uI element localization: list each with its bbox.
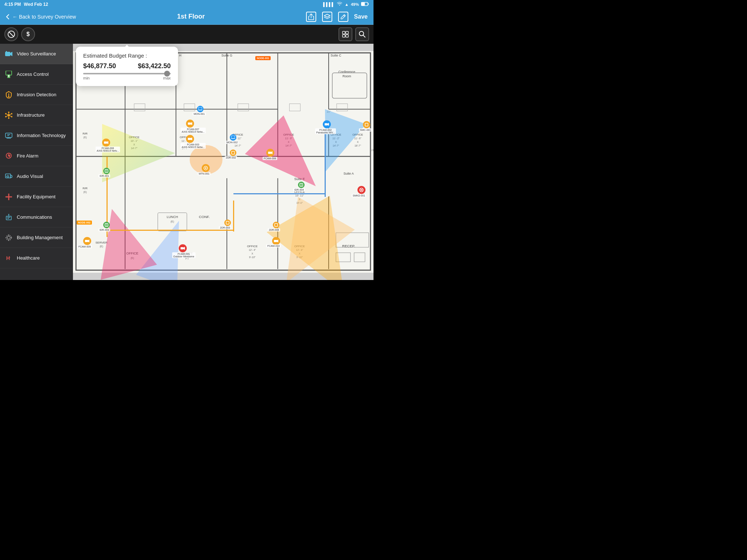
sidebar-label-video-surveillance: Video Surveillance	[17, 51, 56, 57]
fcam-003-marker[interactable]	[186, 135, 194, 143]
fcam-006-marker[interactable]	[102, 139, 110, 147]
svg-text:21": 21"	[371, 149, 374, 151]
communications-icon	[4, 213, 13, 222]
svg-text:SERVER: SERVER	[96, 241, 108, 244]
grid-view-button[interactable]	[338, 27, 352, 41]
mtn-001-marker[interactable]	[202, 164, 210, 172]
svg-text:X: X	[357, 141, 359, 143]
idr-001-label: IDR-001	[98, 174, 110, 178]
fcam-006-label: FCAM-006AXIS M3015 Netv...	[96, 147, 120, 152]
edit-button[interactable]	[338, 12, 348, 22]
budget-slider-thumb[interactable]	[164, 71, 170, 77]
fcam-010-label: FCAM-010	[266, 244, 281, 248]
mtn-001-label: MTN-001	[198, 172, 210, 175]
svg-marker-152	[271, 151, 272, 154]
sidebar-item-facility-equipment[interactable]: Facility Equipment	[0, 187, 73, 207]
fcam-007-marker[interactable]	[186, 120, 194, 128]
fcam-002-marker[interactable]	[323, 120, 331, 128]
svg-rect-149	[104, 141, 107, 144]
mon-002-label: MON-002	[225, 141, 239, 144]
svg-rect-136	[238, 104, 249, 111]
sidebar-item-building-management[interactable]: Building Management	[0, 228, 73, 248]
status-time: 4:15 PM	[4, 2, 21, 7]
fcam-009-label: FCAM-009	[77, 245, 92, 248]
sidebar-item-healthcare[interactable]: H ± Healthcare	[0, 248, 73, 268]
mon-002-marker[interactable]	[230, 134, 236, 141]
svg-rect-151	[268, 152, 271, 154]
svg-text:Suite A: Suite A	[344, 172, 354, 175]
budget-tool[interactable]: $	[21, 27, 35, 41]
svg-rect-153	[85, 240, 88, 242]
share-button[interactable]	[306, 12, 316, 22]
svg-text:10'- 11": 10'- 11"	[295, 194, 304, 197]
svg-rect-143	[188, 122, 191, 125]
svg-text:18'-7": 18'-7"	[355, 144, 361, 147]
sidebar-item-information-technology[interactable]: Information Technology	[0, 125, 73, 146]
svg-rect-168	[226, 221, 229, 224]
sidebar-item-infrastructure[interactable]: Infrastructure	[0, 105, 73, 125]
smc-001-marker[interactable]	[363, 121, 370, 128]
fcam-001-label: FCAM-001Outdoor Minidome	[172, 252, 196, 258]
svg-line-3	[9, 32, 13, 36]
back-button[interactable]: ← Back to Survey Overview	[6, 14, 76, 20]
svg-point-48	[8, 214, 9, 214]
budget-slider-fill	[83, 73, 171, 74]
svg-text:10'- 1": 10'- 1"	[131, 140, 138, 142]
svg-text:(E): (E)	[84, 136, 87, 139]
sidebar-item-intrusion-detection[interactable]: Intrusion Detection	[0, 85, 73, 105]
smkd-001-label: SMKD-001	[352, 194, 366, 197]
node-e-label: NODE-002	[77, 221, 92, 225]
svg-text:X: X	[251, 252, 253, 255]
fire-alarm-icon	[4, 152, 13, 160]
nav-actions: Save	[306, 12, 368, 22]
fcam-001-marker[interactable]	[179, 244, 187, 252]
svg-marker-144	[191, 122, 192, 125]
access-control-icon	[4, 70, 13, 79]
smkd-001-marker[interactable]	[357, 186, 365, 194]
wifi-icon	[337, 2, 342, 7]
save-button[interactable]: Save	[354, 13, 368, 20]
2dr-004-marker[interactable]	[273, 222, 279, 228]
svg-rect-147	[325, 123, 328, 125]
sidebar-label-building-management: Building Management	[17, 235, 63, 240]
idr-003-marker[interactable]	[103, 222, 110, 228]
sidebar-label-intrusion-detection: Intrusion Detection	[17, 92, 56, 97]
mon-001-marker[interactable]	[197, 106, 204, 112]
svg-rect-6	[342, 35, 345, 37]
sidebar-item-fire-alarm[interactable]: Fire Alarm	[0, 146, 73, 166]
smc-001-label: SMC-001	[359, 128, 372, 132]
status-date: Wed Feb 12	[24, 2, 48, 7]
idr-001-marker[interactable]	[103, 168, 110, 174]
svg-marker-154	[88, 240, 89, 242]
svg-text:CONF.: CONF.	[199, 215, 210, 219]
2dr-002-marker[interactable]	[230, 149, 236, 156]
fcam-010-marker[interactable]	[272, 237, 280, 245]
svg-point-24	[5, 116, 7, 117]
sidebar-item-video-surveillance[interactable]: Video Surveillance	[0, 44, 73, 64]
svg-text:11'- 6": 11'- 6"	[354, 137, 361, 140]
svg-rect-169	[275, 223, 278, 226]
svg-rect-39	[5, 174, 11, 178]
2dr-003-label: 2DR-003	[219, 226, 231, 229]
idr-003-label: IDR-003	[98, 228, 110, 232]
sidebar-label-fire-alarm: Fire Alarm	[17, 153, 38, 159]
node-001-box[interactable]: NODE-001	[255, 56, 271, 60]
svg-text:9'-10": 9'-10"	[249, 256, 256, 258]
sidebar-item-access-control[interactable]: Access Control	[0, 64, 73, 85]
layers-button[interactable]	[322, 12, 332, 22]
svg-text:R/R: R/R	[82, 187, 88, 190]
2dr-003-marker[interactable]	[224, 219, 231, 226]
sidebar-item-communications[interactable]: Communications	[0, 207, 73, 228]
fcam-009-marker[interactable]	[83, 237, 91, 245]
page-title: 1st Floor	[177, 13, 205, 20]
svg-rect-134	[134, 104, 145, 111]
svg-marker-156	[183, 247, 185, 250]
idr-004-marker[interactable]	[298, 182, 305, 188]
sidebar-item-audio-visual[interactable]: Audio Visual	[0, 166, 73, 187]
sidebar-label-audio-visual: Audio Visual	[17, 174, 43, 179]
search-button[interactable]	[355, 27, 369, 41]
budget-slider-track[interactable]	[83, 73, 171, 74]
svg-text:(E): (E)	[131, 257, 134, 260]
fcam-008-marker[interactable]	[266, 149, 274, 157]
no-entry-tool[interactable]	[4, 27, 18, 41]
